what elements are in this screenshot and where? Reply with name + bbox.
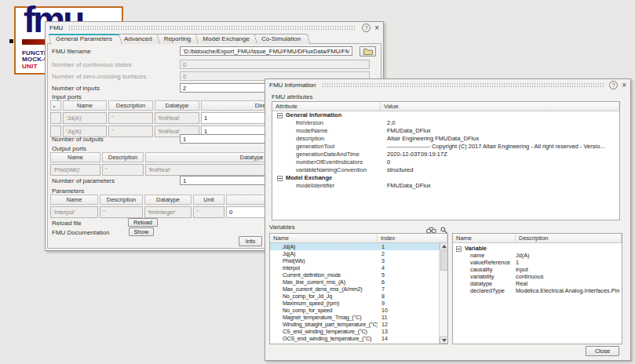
scrollbar[interactable]	[439, 242, 447, 344]
variable-row[interactable]: No_comp_for_Jd_Jq8	[270, 293, 447, 300]
scroll-up-icon[interactable]	[440, 242, 448, 249]
variable-row[interactable]: Phid(Wb)3	[270, 257, 447, 264]
info-button[interactable]: Info	[239, 236, 262, 246]
scroll-down-icon[interactable]	[440, 337, 448, 344]
variable-row[interactable]: Max_current_dens_rms_(A/mm2)7	[270, 286, 447, 293]
attribute-name: variableNamingConvention	[272, 166, 381, 174]
variable-row[interactable]: Current_definition_mode5	[270, 271, 447, 278]
column-header[interactable]: Datatype	[144, 195, 192, 205]
port-desc-cell: ''	[108, 126, 153, 137]
detail-row[interactable]: declaredTypeModelica.Electrical.Analog.I…	[453, 287, 622, 294]
tab-label: Co-Simulation	[261, 35, 301, 42]
column-header[interactable]: Value	[381, 102, 619, 111]
attribute-row[interactable]: variableNamingConvention structured	[272, 166, 619, 174]
tree-group-row[interactable]: −Model Exchange	[272, 174, 619, 182]
variable-row[interactable]: interpol4	[270, 264, 447, 271]
num-parameters-label: Number of parameters	[52, 177, 115, 184]
attribute-row[interactable]: numberOfEventIndicators 0	[272, 158, 619, 166]
sort-indicator-icon	[53, 106, 55, 107]
tab-label: Reporting	[164, 35, 192, 42]
close-icon[interactable]: ×	[622, 82, 626, 89]
tab-label: Model Exchange	[203, 35, 250, 42]
fmu-attributes-table: Attribute Value −General Information fmi…	[272, 101, 620, 220]
row-selector-header[interactable]	[50, 100, 61, 111]
param-unit-cell: ''	[193, 206, 224, 218]
fmu-attributes-label: FMU attributes	[272, 93, 312, 100]
detail-row[interactable]: variabilitycontinuous	[453, 273, 622, 280]
show-button[interactable]: Show	[129, 228, 154, 236]
variable-row[interactable]: CS_end_winding_temperature_(°C)13	[270, 328, 447, 335]
tab-model-exchange[interactable]: Model Exchange	[196, 34, 258, 44]
attribute-row[interactable]: modelName FMUData_DFlux	[272, 127, 619, 135]
close-button[interactable]: Close	[586, 346, 619, 356]
reload-file-label: Reload file	[52, 220, 82, 227]
column-header[interactable]: Name	[270, 234, 378, 242]
column-header[interactable]: Datatype	[155, 100, 199, 111]
attribute-name: modelName	[272, 127, 381, 135]
attribute-row[interactable]: description Altair Engineering FMUData_D…	[272, 135, 619, 143]
column-header[interactable]: Index	[378, 234, 447, 242]
collapse-icon[interactable]: −	[277, 113, 283, 118]
continuous-states-field	[180, 60, 370, 69]
parameters-label: Parameters	[52, 187, 84, 195]
variable-row[interactable]: Magnet_temperature_Tmag_(°C)11	[270, 314, 447, 321]
column-header[interactable]: Description	[100, 195, 143, 205]
detail-row[interactable]: datatypeReal	[453, 280, 622, 287]
attribute-row[interactable]: generationDateAndTime 2020-12-03T09:19:1…	[272, 151, 619, 158]
column-header[interactable]: Unit	[193, 195, 224, 205]
selection-handle[interactable]	[9, 39, 13, 43]
detail-row[interactable]: nameJd(A)	[453, 252, 622, 259]
close-icon[interactable]: ×	[374, 24, 379, 32]
dialog-tabs: General Parameters Advanced Reporting Mo…	[49, 33, 306, 44]
help-icon[interactable]: ?	[362, 24, 370, 32]
attribute-value: ---------------------- Copyright (C) 201…	[381, 143, 619, 151]
attribute-name: fmiVersion	[272, 119, 381, 127]
tree-group-row[interactable]: −Variable	[453, 245, 622, 252]
detail-row[interactable]: valueReference1	[453, 259, 622, 266]
titlebar-drag-handle-icon[interactable]	[322, 82, 604, 88]
browse-button[interactable]	[359, 46, 376, 56]
fmu-documentation-label: FMU Documentation	[52, 229, 109, 236]
num-inputs-label: Number of inputs	[52, 85, 100, 92]
column-header[interactable]: Name	[63, 100, 107, 111]
help-icon[interactable]: ?	[609, 81, 618, 89]
param-desc-cell: ''	[100, 206, 143, 218]
port-desc-cell: ''	[108, 112, 153, 124]
attribute-value: FMUData_DFlux	[381, 182, 619, 190]
tab-reporting[interactable]: Reporting	[158, 34, 200, 44]
output-ports-label: Output ports	[52, 145, 86, 152]
column-header[interactable]: Description	[102, 152, 144, 162]
collapse-icon[interactable]: −	[277, 176, 283, 181]
variable-row[interactable]: Rotor_initial_position_(deg)15	[270, 342, 447, 344]
variable-row[interactable]: OCS_end_winding_temperature_(°C)14	[270, 335, 447, 342]
collapse-icon[interactable]: −	[456, 246, 462, 252]
column-header[interactable]: Description	[108, 100, 153, 111]
titlebar-drag-handle-icon[interactable]	[68, 25, 356, 31]
row-selector[interactable]	[50, 112, 61, 124]
info-titlebar: FMU Information ? ×	[265, 79, 630, 91]
scrollbar-thumb[interactable]	[440, 250, 448, 271]
column-header[interactable]: Name	[453, 234, 516, 242]
variable-row[interactable]: No_comp_for_speed10	[270, 307, 447, 314]
variable-row[interactable]: Jd(A)1	[270, 243, 447, 250]
reload-button[interactable]: Reload	[128, 218, 158, 227]
variable-row[interactable]: Winding_straight_part_temperature_(°C)12	[270, 321, 447, 328]
tab-advanced[interactable]: Advanced	[118, 34, 161, 44]
attribute-row[interactable]: fmiVersion 2.0	[272, 119, 619, 127]
column-header[interactable]: Name	[50, 152, 100, 162]
tab-co-simulation[interactable]: Co-Simulation	[255, 34, 309, 44]
detail-row[interactable]: causalityinput	[453, 266, 622, 273]
tab-general-parameters[interactable]: General Parameters	[49, 34, 121, 44]
attribute-value: 2.0	[381, 119, 619, 127]
port-desc-cell: ''	[102, 164, 144, 176]
tree-group-row[interactable]: −General Information	[272, 111, 619, 119]
column-header[interactable]: Attribute	[272, 102, 381, 111]
attribute-row[interactable]: generationTool ---------------------- Co…	[272, 143, 619, 151]
column-header[interactable]: Description	[516, 234, 622, 242]
variable-row[interactable]: Maximum_speed_(rpm)9	[270, 300, 447, 307]
variable-row[interactable]: Jq(A)2	[270, 250, 447, 257]
filename-input[interactable]	[180, 46, 352, 56]
column-header[interactable]: Name	[50, 195, 98, 205]
variable-row[interactable]: Max_line_current_rms_(A)6	[270, 278, 447, 286]
attribute-row[interactable]: modelIdentifier FMUData_DFlux	[272, 182, 619, 190]
